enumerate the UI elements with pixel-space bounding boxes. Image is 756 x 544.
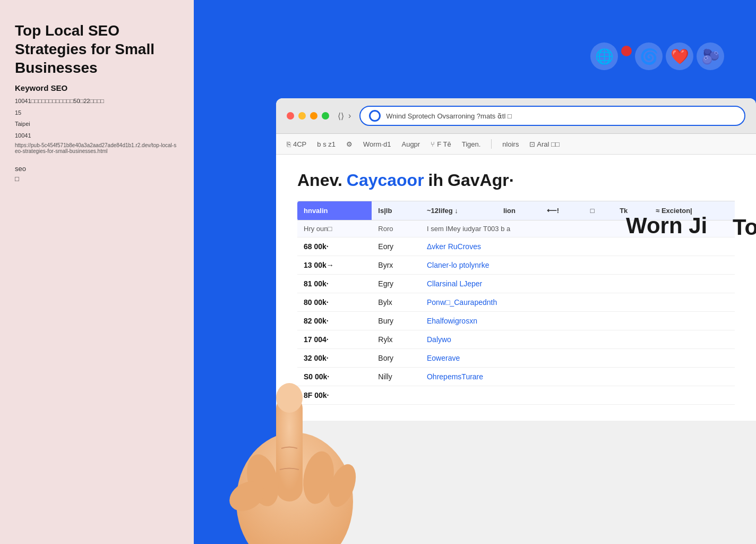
row4-col3: Ponw□_Caurapednth xyxy=(420,293,735,312)
subheader-col3: I sem IMey iudyar T003 b a xyxy=(420,220,735,237)
subheader-col2: Roro xyxy=(372,220,420,237)
row6-col2: Rylx xyxy=(372,330,420,349)
sidebar-tag2: □ xyxy=(15,175,179,183)
toolbar-icon-1: ⎘ xyxy=(287,140,291,148)
row6-col3: Dalywo xyxy=(420,330,735,349)
heading-part3: ih xyxy=(428,171,443,190)
row7-col3: Eowerave xyxy=(420,349,735,368)
col-header-2[interactable]: ls|lb xyxy=(372,201,420,220)
traffic-lights xyxy=(287,112,329,120)
browser-icon-1[interactable]: 🌐 xyxy=(590,42,618,70)
heading-part4: GavAgr· xyxy=(448,171,513,190)
toolbar-item-nloirs[interactable]: nloirs xyxy=(502,140,519,148)
toolbar-item-aral[interactable]: ⊡ Aral □□ xyxy=(529,140,559,148)
col-header-5[interactable]: ⟵! xyxy=(540,201,584,220)
col-header-6[interactable]: □ xyxy=(584,201,613,220)
traffic-light-yellow[interactable] xyxy=(298,112,306,120)
settings-icon: ⚙ xyxy=(346,140,353,148)
row9-col2 xyxy=(372,386,420,405)
fork-icon: ⑂ xyxy=(431,140,435,148)
browser-toolbar: ⎘ 4CP b s z1 ⚙ Worm·d1 Augpr ⑂ F Tē Tige… xyxy=(276,134,756,155)
browser-icon-3[interactable]: ❤️ xyxy=(666,42,693,70)
row5-col3: Ehalfowigrosxn xyxy=(420,312,735,330)
nav-forward-icon[interactable]: › xyxy=(348,111,351,121)
address-bar-text: Wnind Sprotech Ovsarroning ?mats α̃tl □ xyxy=(386,112,736,120)
row2-col3: Claner-lo ptolynrke xyxy=(420,256,735,275)
toolbar-item-augpr[interactable]: Augpr xyxy=(401,140,420,148)
col-header-1[interactable]: hnvalin xyxy=(297,201,372,220)
table-subheader-row: Hry oun□ Roro I sem IMey iudyar T003 b a xyxy=(297,220,735,237)
sidebar-meta3: Taipei xyxy=(15,120,179,129)
page-heading: Anev. Caycaoor ih GavAgr· xyxy=(297,171,735,190)
sidebar: Top Local SEO Strategies for Small Busin… xyxy=(0,0,194,544)
col-header-3[interactable]: ~12lifeg ↓ xyxy=(420,201,497,220)
address-bar-circle-icon xyxy=(369,110,381,122)
col-header-7[interactable]: Tk xyxy=(613,201,649,220)
col-header-8[interactable]: ≈ Excieton| xyxy=(649,201,735,220)
row2-col1: 13 00k→ xyxy=(297,256,372,275)
row8-col2: Nilly xyxy=(372,368,420,386)
svg-point-2 xyxy=(276,383,303,413)
row8-col3: OhrepemsTurare xyxy=(420,368,735,386)
sidebar-tag1: seo xyxy=(15,165,179,173)
nav-buttons: ⟨⟩ › xyxy=(338,111,351,121)
browser-chrome: ⟨⟩ › Wnind Sprotech Ovsarroning ?mats α̃… xyxy=(276,98,756,134)
toolbar-item-worm[interactable]: Worm·d1 xyxy=(363,140,391,148)
sidebar-meta2: 15 xyxy=(15,108,179,118)
browser-icon-2[interactable]: 🌀 xyxy=(635,42,663,70)
subheader-col1: Hry oun□ xyxy=(297,220,372,237)
hand-overlay xyxy=(194,278,374,544)
browser-icon-4[interactable]: 🫐 xyxy=(697,42,724,70)
row1-col2: Eory xyxy=(372,237,420,256)
table-row: 13 00k→ Byrx Claner-lo ptolynrke xyxy=(297,256,735,275)
toolbar-item-2[interactable]: b s z1 xyxy=(317,140,336,148)
row9-col3 xyxy=(420,386,735,405)
page-title: Top Local SEO Strategies for Small Busin… xyxy=(15,21,179,77)
row2-col2: Byrx xyxy=(372,256,420,275)
toolbar-item-3[interactable]: ⚙ xyxy=(346,140,353,148)
table-row: 68 00k· Eory Δvker RuCroves xyxy=(297,237,735,256)
row4-col2: Bylx xyxy=(372,293,420,312)
main-area: 🌐 🌀 ❤️ 🫐 ⟨⟩ › Wnind Sprotech Ovsarroning xyxy=(194,0,756,544)
toolbar-item-te[interactable]: ⑂ F Tē xyxy=(431,140,451,148)
toolbar-divider xyxy=(491,139,492,149)
toolbar-item-1[interactable]: ⎘ 4CP xyxy=(287,140,306,148)
sidebar-meta1: 10041□□□□□□□□□□□□50□22□□□□ xyxy=(15,97,179,106)
sidebar-subtitle: Keyword SEO xyxy=(15,83,179,92)
browser-icons-bar: 🌐 🌀 ❤️ 🫐 xyxy=(590,42,724,70)
table-header-row: hnvalin ls|lb ~12lifeg ↓ lion ⟵! □ Tk ≈ … xyxy=(297,201,735,220)
row3-col2: Egry xyxy=(372,275,420,293)
heading-part1: Anev. xyxy=(297,171,342,190)
col-header-4[interactable]: lion xyxy=(497,201,540,220)
sidebar-url[interactable]: https://pub-5c454f571b8e40a3a2aad27ade84… xyxy=(15,142,179,154)
address-bar[interactable]: Wnind Sprotech Ovsarroning ?mats α̃tl □ xyxy=(359,106,745,126)
sidebar-meta4: 10041 xyxy=(15,131,179,141)
traffic-light-orange[interactable] xyxy=(310,112,317,120)
traffic-light-green[interactable] xyxy=(322,112,329,120)
row5-col2: Bury xyxy=(372,312,420,330)
browser-badge-red xyxy=(621,46,632,56)
row3-col3: Cllarsinal LJeper xyxy=(420,275,735,293)
heading-part2: Caycaoor xyxy=(347,171,424,190)
traffic-light-red[interactable] xyxy=(287,112,294,120)
row7-col2: Bory xyxy=(372,349,420,368)
hand-svg xyxy=(194,278,374,544)
row1-col3: Δvker RuCroves xyxy=(420,237,735,256)
nav-back-icon[interactable]: ⟨⟩ xyxy=(338,111,344,121)
row1-col1: 68 00k· xyxy=(297,237,372,256)
toolbar-item-tigen[interactable]: Tigen. xyxy=(462,140,481,148)
